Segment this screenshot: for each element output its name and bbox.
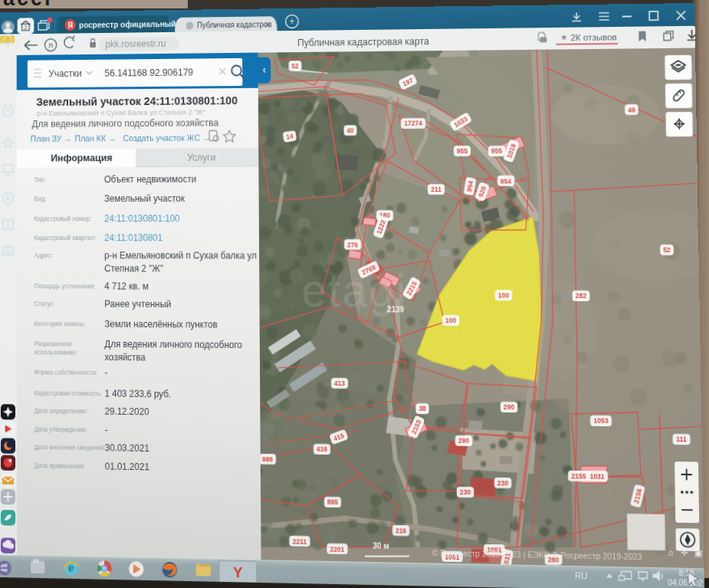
svg-text:росреестр официальный: росреестр официальный — [79, 20, 176, 30]
svg-text:Я: Я — [48, 41, 53, 49]
svg-text:Y: Y — [233, 563, 243, 581]
svg-text:pkk.rosreestr.ru: pkk.rosreestr.ru — [105, 39, 166, 49]
svg-text:+: + — [289, 17, 294, 27]
svg-text:Публичная кадастров: Публичная кадастров — [197, 20, 272, 30]
svg-text:Участки: Участки — [48, 68, 81, 80]
svg-text:Я: Я — [67, 21, 73, 29]
svg-text:2: 2 — [25, 25, 28, 31]
svg-text:e: e — [68, 562, 74, 574]
svg-text:RU: RU — [575, 570, 587, 580]
svg-text:✕: ✕ — [264, 20, 271, 29]
svg-text:2К отзывов: 2К отзывов — [570, 32, 617, 42]
svg-text:56.141168 92.906179: 56.141168 92.906179 — [104, 67, 193, 79]
svg-text:★: ★ — [560, 33, 567, 42]
svg-text:Публичная кадастровая карта: Публичная кадастровая карта — [297, 36, 429, 49]
svg-text:2: 2 — [6, 221, 10, 228]
